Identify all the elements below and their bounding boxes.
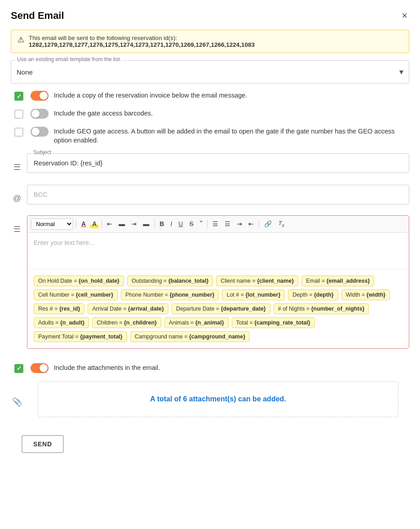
chevron-down-icon: ▾: [399, 67, 403, 77]
align-center-btn[interactable]: ▬: [116, 219, 127, 228]
subject-field-group: Subject: [27, 153, 409, 173]
attachments-option-row: Include the attachments in the email.: [11, 363, 409, 373]
template-select-wrapper[interactable]: None ▾: [11, 60, 409, 84]
editor-lines-icon: ☰: [11, 219, 23, 234]
variable-chip: Res # = {res_id}: [34, 303, 84, 314]
attachments-toggle[interactable]: [31, 363, 49, 373]
variable-chip: Client name = {client_name}: [216, 276, 298, 286]
variable-chip: Width = {width}: [341, 289, 390, 300]
attachments-row: 📎 A total of 6 attachment(s) can be adde…: [0, 381, 420, 417]
invoice-checkbox[interactable]: [14, 92, 23, 101]
variable-chip: Depth = {depth}: [288, 289, 338, 300]
clear-format-btn[interactable]: Tx: [276, 219, 286, 229]
ordered-list-btn[interactable]: ☰: [210, 219, 221, 228]
editor-content-wrapper: Normal Heading 1 Heading 2 A A ⇤ ▬ ⇥ ▬: [27, 215, 409, 356]
geo-option-row: Include GEO gate access. A button will b…: [11, 127, 409, 145]
send-email-modal: Send Email × ⚠ This email will be sent t…: [0, 0, 420, 529]
variable-chip: On Hold Date = {on_hold_date}: [34, 276, 124, 286]
variable-chip: Campground name = {campground_name}: [130, 331, 250, 342]
variable-chip: Email = {email_address}: [301, 276, 374, 286]
variable-chip: Phone Number = {phone_number}: [121, 289, 219, 300]
italic-btn[interactable]: I: [168, 219, 174, 228]
blockquote-btn[interactable]: ": [198, 219, 205, 229]
template-field-group: Use an existing email template from the …: [11, 60, 409, 84]
invoice-option-label: Include a copy of the reservation invoic…: [54, 91, 247, 100]
variable-chip: Children = {n_children}: [92, 317, 161, 328]
attachments-checkbox[interactable]: [14, 364, 23, 373]
align-left-btn[interactable]: ⇤: [105, 219, 115, 228]
variables-area: On Hold Date = {on_hold_date}Outstanding…: [27, 269, 409, 348]
invoice-toggle[interactable]: [31, 91, 49, 101]
underline-btn[interactable]: U: [176, 219, 185, 228]
bcc-row: @: [11, 185, 409, 204]
subject-input[interactable]: [27, 153, 409, 173]
modal-header: Send Email ×: [0, 0, 420, 30]
variable-chip: Lot # = {lot_number}: [222, 289, 285, 300]
highlight-btn[interactable]: A: [90, 219, 99, 228]
bcc-content: [27, 185, 409, 204]
send-button[interactable]: SEND: [22, 435, 64, 453]
toolbar-sep-1: [76, 220, 76, 228]
align-justify-btn[interactable]: ▬: [141, 219, 151, 228]
toolbar-sep-2: [102, 220, 102, 228]
editor-text-area[interactable]: Enter your text here...: [27, 233, 409, 269]
close-button[interactable]: ×: [400, 9, 409, 22]
subject-label: Subject: [31, 149, 53, 156]
align-right-btn[interactable]: ⇥: [129, 219, 139, 228]
rich-text-editor[interactable]: Normal Heading 1 Heading 2 A A ⇤ ▬ ⇥ ▬: [27, 215, 409, 349]
paperclip-icon: 📎: [11, 381, 23, 407]
subject-content: Subject: [27, 153, 409, 173]
variable-chip: Animals = {n_animal}: [164, 317, 229, 328]
geo-checkbox-wrapper[interactable]: [13, 128, 25, 137]
variable-chip: # of Nights = {number_of_nights}: [274, 303, 369, 314]
attachments-count-text: A total of 6 attachment(s) can be added.: [150, 395, 286, 403]
barcode-option-label: Include the gate access barcodes.: [54, 109, 153, 118]
variable-chip: Total = {camping_rate_total}: [232, 317, 315, 328]
variable-chip: Cell Number = {cell_number}: [34, 289, 118, 300]
unordered-list-btn[interactable]: ☰: [222, 219, 233, 228]
toolbar-sep-4: [207, 220, 208, 228]
barcode-toggle[interactable]: [31, 109, 49, 119]
subject-lines-icon: ☰: [11, 157, 23, 172]
template-select[interactable]: None: [17, 68, 399, 76]
attachments-dropzone[interactable]: A total of 6 attachment(s) can be added.: [38, 381, 398, 417]
alert-text: This email will be sent to the following…: [29, 35, 402, 48]
variable-chip: Departure Date = {departure_date}: [172, 303, 270, 314]
variable-chip: Outstanding = {balance_total}: [127, 276, 213, 286]
send-button-wrapper: SEND: [0, 426, 420, 473]
invoice-toggle-thumb: [40, 92, 48, 100]
bcc-input[interactable]: [27, 185, 409, 204]
variable-chip: Adults = {n_adult}: [34, 317, 89, 328]
toolbar-sep-5: [259, 220, 259, 228]
barcode-checkbox[interactable]: [14, 110, 23, 119]
subject-row: ☰ Subject: [11, 153, 409, 173]
text-color-btn[interactable]: A: [79, 219, 88, 228]
invoice-option-row: Include a copy of the reservation invoic…: [11, 91, 409, 101]
link-btn[interactable]: 🔗: [262, 219, 274, 228]
format-select[interactable]: Normal Heading 1 Heading 2: [31, 218, 73, 230]
editor-placeholder: Enter your text here...: [34, 239, 94, 246]
indent-btn[interactable]: ⇥: [234, 219, 244, 228]
barcode-toggle-thumb: [31, 110, 40, 118]
toolbar-sep-3: [154, 220, 155, 228]
variable-chip: Arrival Date = {arrival_date}: [88, 303, 168, 314]
variable-chip: Payment Total = {payment_total}: [34, 331, 127, 342]
geo-checkbox[interactable]: [14, 128, 23, 137]
bold-btn[interactable]: B: [157, 219, 166, 228]
form-section: Use an existing email template from the …: [0, 60, 420, 373]
template-label: Use an existing email template from the …: [15, 56, 123, 62]
outdent-btn[interactable]: ⇤: [246, 219, 256, 228]
editor-row: ☰ Normal Heading 1 Heading 2 A A: [11, 215, 409, 356]
attachments-checkbox-wrapper[interactable]: [13, 364, 25, 373]
modal-title: Send Email: [11, 10, 64, 22]
barcode-option-row: Include the gate access barcodes.: [11, 109, 409, 119]
attachments-option-label: Include the attachments in the email.: [54, 363, 160, 372]
at-icon: @: [11, 188, 23, 203]
warning-icon: ⚠: [18, 35, 24, 44]
geo-toggle-thumb: [31, 128, 40, 136]
geo-toggle[interactable]: [31, 127, 49, 137]
barcode-checkbox-wrapper[interactable]: [13, 110, 25, 119]
invoice-checkbox-wrapper[interactable]: [13, 92, 25, 101]
strikethrough-btn[interactable]: S: [187, 219, 195, 228]
geo-option-label: Include GEO gate access. A button will b…: [54, 127, 407, 145]
